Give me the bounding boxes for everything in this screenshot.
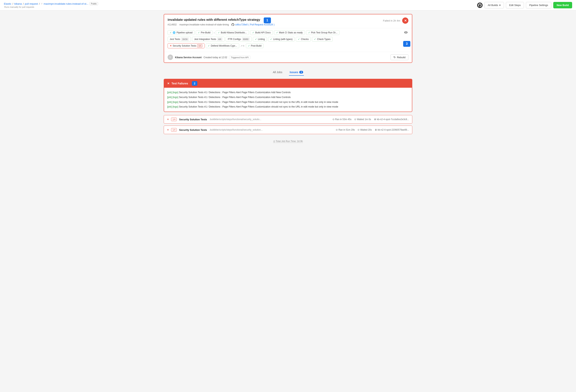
check-icon: ✓ [248,44,250,47]
ran-value-1: Ran in 53m 45s [335,118,351,121]
logs-link-3[interactable]: [logs] [173,101,178,104]
build-footer-info: Kibana Service Account Created today at … [175,56,250,59]
build-number: #114932 [168,23,177,26]
pipeline-settings-button[interactable]: Pipeline Settings [526,2,551,8]
step-label: Post-Build [251,44,261,47]
step-count: 60/60 [242,38,250,41]
x-icon: ✕ [167,129,169,131]
edit-steps-button[interactable]: Edit Steps [506,2,524,8]
step-defend-workflows[interactable]: ✓ Defend Workflows Cypr... [206,44,239,48]
step-check-types[interactable]: ✓ Check Types [312,37,332,42]
step-checks[interactable]: ✓ Checks [296,37,311,42]
step-label: Check Types [317,38,330,41]
step-build-api-docs[interactable]: ✓ Build API Docs [250,30,273,35]
breadcrumb-org[interactable]: Elastic [4,2,11,5]
step-label: Linting [258,38,265,41]
job-row-2[interactable]: ✕ 1/4 Security Solution Tests .buildkite… [164,126,412,134]
steps-row-1: ✓ 🌐 Pipeline upload ✓ Pre-Build › ✓ Buil… [168,30,408,35]
step-pre-build[interactable]: ✓ Pre-Build [196,30,212,35]
tab-issues[interactable]: Issues 3 [289,69,304,76]
new-build-button[interactable]: New Build [553,2,572,8]
issues-card: ✕ Test Failures 2 [job] [logs] Security … [164,79,412,112]
branch-icon: ⑂ [41,2,43,5]
check-icon: ✓ [308,31,310,34]
issues-badge-2: 2 [192,81,197,86]
step-mark-ci-stats[interactable]: ✓ Mark CI Stats as ready [274,30,305,35]
step-ftr-configs[interactable]: FTR Configs 60/60 [226,37,252,42]
tab-issues-label: Issues [290,71,298,74]
job-row-1[interactable]: ✕ 1/4 Security Solution Tests .buildkite… [164,115,412,124]
page-footer: ⊙ Total Job Run Time: 2d 9h [164,136,412,147]
logs-link-2[interactable]: [logs] [173,96,178,99]
issues-title: Test Failures [172,82,188,85]
step-linting[interactable]: ✓ Linting [253,37,267,42]
step-label: Pipeline upload [176,31,192,34]
breadcrumb-branch[interactable]: maximpn:invalidate-rules-instead-of-st..… [44,2,88,5]
close-build-button[interactable]: ✕ [402,18,408,24]
x-icon: ✕ [170,44,172,47]
waited-time-1: ⊙ Waited 1m 0s [354,118,371,121]
rebuild-button[interactable]: ↻ Rebuild [391,54,408,60]
step-count: 4/4 [217,38,222,41]
breadcrumb-pipeline-type[interactable]: pull request [25,2,38,5]
waited-time-2: ⊙ Waited 20s [358,129,372,131]
issues-header: ✕ Test Failures 2 [164,79,412,88]
check-icon: ✓ [218,31,220,34]
logs-link-4[interactable]: [logs] [173,105,178,108]
step-jest-tests[interactable]: Jest Tests 16/16 [168,37,191,42]
host-2: 🖥 kb-n2-4-spot-22060579ae89... [374,129,409,131]
clock-icon: ⊙ [354,118,356,121]
job-link-2[interactable]: [job] [167,96,172,99]
issue-text-2: Security Solution Tests #1 / Detections … [179,96,291,99]
avatar: K [168,54,173,60]
clock-icon: ⊙ [358,129,359,131]
all-builds-button[interactable]: All Builds [485,2,504,8]
issues-count-badge: 3 [299,71,303,74]
step-count: 4/4 [197,44,202,47]
commit-link[interactable]: cd6cc726e0 (Pull Request #153529) [231,23,274,26]
step-build-kibana[interactable]: ✓ Build Kibana Distributio... [216,30,249,35]
steps-row-3: ✕ Security Solution Tests 4/4 ✓ Defend W… [168,43,408,48]
step-post-build[interactable]: ✓ Post-Build [246,44,264,48]
issue-text-3: Security Solution Tests #1 / Detections … [179,101,338,104]
main-content: invalidate updated rules with different … [160,10,416,150]
step-label: Pre-Build [201,31,210,34]
job-index-2: 1/4 [171,128,177,131]
toggle-visibility-button[interactable] [403,30,408,35]
issues-body: [job] [logs] Security Solution Tests #1 … [164,88,412,112]
collapse-icon[interactable]: ↗✕ [240,44,245,47]
steps-row-2: Jest Tests 16/16 Jest Integration Tests … [168,37,408,42]
host-icon: 🖥 [374,118,376,121]
job-link-3[interactable]: [job] [167,101,172,104]
step-pipeline-upload[interactable]: ✓ 🌐 Pipeline upload [168,30,195,35]
step-pick-test-group[interactable]: ✓ Pick Test Group Run Or... [306,30,340,35]
step-label: Security Solution Tests [173,44,196,47]
build-footer-left: K Kibana Service Account Created today a… [168,54,250,60]
list-item: [job] [logs] Security Solution Tests #1 … [167,95,409,100]
list-item: [job] [logs] Security Solution Tests #1 … [167,100,409,105]
check-icon: ✓ [298,38,300,41]
job-link-4[interactable]: [job] [167,105,172,108]
build-meta: #114932 maximpn:invalidate-rules-instead… [168,23,274,26]
step-label: Build API Docs [255,31,270,34]
github-icon [477,2,483,8]
job-path-1: .buildkite/scripts/steps/functional/secu… [209,118,330,121]
job-meta-2: ⊙ Ran in 51m 29s ⊙ Waited 20s 🖥 kb-n2-4-… [336,129,409,131]
step-badge-3: 3 [403,41,410,47]
check-icon: ✓ [270,38,272,41]
job-path-2: .buildkite/scripts/steps/functional/secu… [209,129,333,131]
issue-text-1: Security Solution Tests #1 / Detections … [179,91,291,94]
step-jest-integration[interactable]: Jest Integration Tests 4/4 [192,37,225,42]
logs-link-1[interactable]: [logs] [173,91,178,94]
build-number-badge: 1 [264,18,271,23]
check-icon: ✓ [208,44,210,47]
clock-icon: ⊙ [336,129,338,131]
check-icon: ✓ [314,38,316,41]
step-linting-types[interactable]: ✓ Linting (with types) [268,37,295,42]
tab-all-jobs[interactable]: All Jobs [272,69,283,76]
breadcrumb-repo[interactable]: kibana [14,2,22,5]
step-security-solution-tests[interactable]: ✕ Security Solution Tests 4/4 [168,43,204,48]
job-link-1[interactable]: [job] [167,91,172,94]
check-icon: ✓ [198,31,200,34]
list-item: [job] [logs] Security Solution Tests #1 … [167,90,409,95]
